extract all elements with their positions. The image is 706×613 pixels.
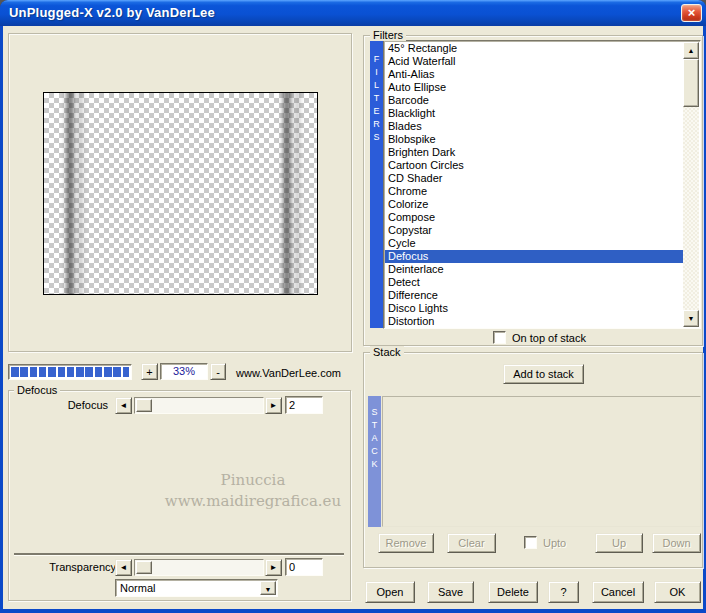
filter-item[interactable]: Colorize	[385, 198, 683, 211]
filter-item[interactable]: Cycle	[385, 237, 683, 250]
scrollbar-thumb[interactable]	[683, 59, 699, 107]
stack-vertical-bar: STACK	[368, 396, 381, 527]
down-button[interactable]: Down	[652, 533, 701, 553]
window-title: UnPlugged-X v2.0 by VanDerLee	[9, 5, 215, 20]
slider-left-arrow-icon: ◄	[120, 564, 128, 572]
filter-item[interactable]: Barcode	[385, 94, 683, 107]
filter-item[interactable]: Defocus	[385, 250, 683, 263]
filter-item[interactable]: Brighten Dark	[385, 146, 683, 159]
transparency-slider-thumb[interactable]	[136, 561, 152, 574]
blend-mode-dropdown[interactable]: Normal ▼	[115, 579, 278, 597]
close-icon: ×	[688, 5, 696, 20]
delete-button[interactable]: Delete	[488, 581, 538, 603]
cancel-button[interactable]: Cancel	[592, 581, 644, 603]
chevron-down-icon: ▼	[265, 586, 272, 593]
filter-item[interactable]: Blades	[385, 120, 683, 133]
close-button[interactable]: ×	[681, 4, 702, 22]
progress-blocks	[11, 367, 129, 377]
defocus-slider-left-button[interactable]: ◄	[115, 397, 132, 414]
stack-list[interactable]	[382, 396, 701, 527]
title-bar[interactable]: UnPlugged-X v2.0 by VanDerLee ×	[0, 0, 706, 26]
website-link[interactable]: www.VanDerLee.com	[236, 367, 341, 379]
stack-group-label: Stack	[370, 346, 404, 358]
preview-blur-line	[295, 92, 300, 295]
ok-button[interactable]: OK	[654, 581, 701, 603]
transparency-slider-right-button[interactable]: ►	[265, 559, 282, 576]
filter-item[interactable]: Distortion	[385, 315, 683, 327]
transparency-slider-left-button[interactable]: ◄	[115, 559, 132, 576]
help-button[interactable]: ?	[548, 581, 579, 603]
scroll-up-button[interactable]: ▲	[683, 42, 699, 59]
filter-item[interactable]: Anti-Alias	[385, 68, 683, 81]
zoom-in-button[interactable]: +	[141, 363, 158, 380]
filters-list[interactable]: 45° RectangleAcid WaterfallAnti-AliasAut…	[383, 40, 701, 329]
filter-item[interactable]: Blacklight	[385, 107, 683, 120]
transparency-slider-track[interactable]	[134, 559, 264, 576]
blend-mode-value: Normal	[120, 582, 155, 594]
filters-rows: 45° RectangleAcid WaterfallAnti-AliasAut…	[385, 42, 683, 327]
filter-item[interactable]: Difference	[385, 289, 683, 302]
filter-item[interactable]: Disco Lights	[385, 302, 683, 315]
preview-blur-line	[66, 92, 74, 295]
up-button[interactable]: Up	[595, 533, 643, 553]
scroll-down-button[interactable]: ▼	[683, 310, 699, 327]
plus-icon: +	[146, 366, 152, 378]
filter-item[interactable]: CD Shader	[385, 172, 683, 185]
preview-blur-line	[283, 92, 291, 295]
filter-item[interactable]: Compose	[385, 211, 683, 224]
scroll-up-icon: ▲	[688, 47, 695, 54]
unplugged-x-dialog: UnPlugged-X v2.0 by VanDerLee × + 33% - …	[0, 0, 706, 613]
filter-item[interactable]: Copystar	[385, 224, 683, 237]
filter-item[interactable]: Detect	[385, 276, 683, 289]
filter-item[interactable]: Acid Waterfall	[385, 55, 683, 68]
filters-vertical-bar: FILTERS	[370, 41, 383, 328]
save-button[interactable]: Save	[427, 581, 474, 603]
preview-blur-line	[78, 92, 83, 295]
preview-image[interactable]	[43, 92, 318, 295]
slider-right-arrow-icon: ►	[270, 402, 278, 410]
minus-icon: -	[216, 366, 220, 378]
defocus-slider-label: Defocus	[23, 399, 108, 411]
filters-scrollbar[interactable]: ▲ ▼	[683, 42, 699, 327]
dropdown-arrow-button[interactable]: ▼	[260, 581, 276, 595]
upto-checkbox[interactable]	[524, 536, 537, 549]
clear-button[interactable]: Clear	[447, 533, 496, 553]
slider-right-arrow-icon: ►	[270, 564, 278, 572]
dialog-body: + 33% - www.VanDerLee.com Defocus Defocu…	[3, 26, 703, 609]
transparency-value-input[interactable]	[285, 558, 323, 576]
add-to-stack-button[interactable]: Add to stack	[503, 364, 584, 384]
filter-item[interactable]: 45° Rectangle	[385, 42, 683, 55]
on-top-of-stack-checkbox[interactable]	[493, 331, 506, 344]
filter-item[interactable]: Cartoon Circles	[385, 159, 683, 172]
filter-item[interactable]: Deinterlace	[385, 263, 683, 276]
upto-label: Upto	[543, 537, 566, 549]
scroll-down-icon: ▼	[688, 315, 695, 322]
progress-bar	[8, 364, 132, 380]
slider-left-arrow-icon: ◄	[120, 402, 128, 410]
zoom-level: 33%	[160, 363, 208, 380]
filters-group-label: Filters	[370, 29, 406, 41]
filter-item[interactable]: Auto Ellipse	[385, 81, 683, 94]
on-top-of-stack-label[interactable]: On top of stack	[512, 332, 586, 344]
defocus-slider-track[interactable]	[134, 397, 264, 414]
filter-item[interactable]: Chrome	[385, 185, 683, 198]
defocus-slider-right-button[interactable]: ►	[265, 397, 282, 414]
transparency-slider-label: Transparency	[21, 561, 116, 573]
defocus-slider-thumb[interactable]	[136, 399, 152, 412]
filter-item[interactable]: Blobspike	[385, 133, 683, 146]
zoom-out-button[interactable]: -	[210, 363, 226, 380]
params-separator	[14, 553, 344, 555]
remove-button[interactable]: Remove	[378, 533, 434, 553]
params-group-label: Defocus	[14, 384, 60, 396]
defocus-value-input[interactable]	[285, 396, 323, 414]
open-button[interactable]: Open	[365, 581, 415, 603]
